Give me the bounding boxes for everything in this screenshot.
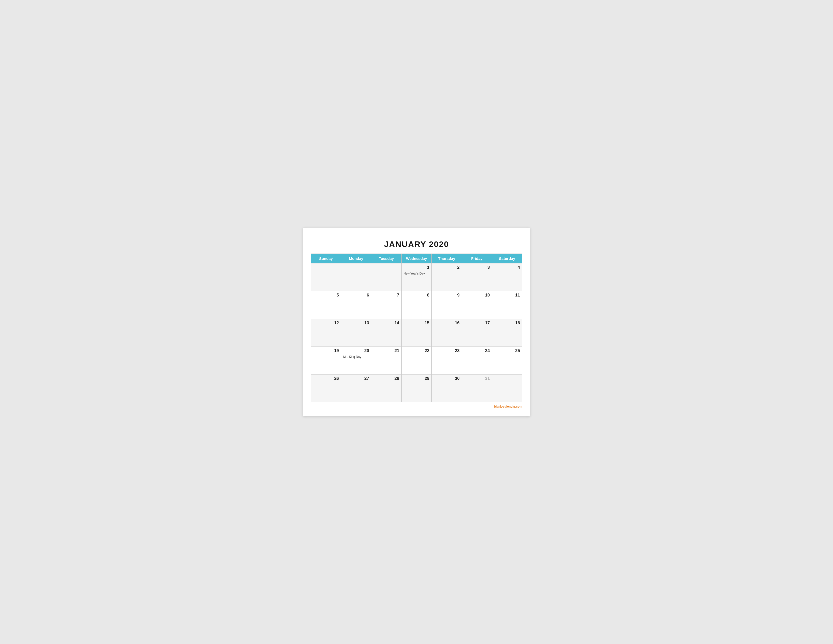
calendar-cell: 5 xyxy=(311,291,341,319)
calendar-page: JANUARY 2020 SundayMondayTuesdayWednesda… xyxy=(303,228,530,416)
date-number: 10 xyxy=(464,293,490,299)
date-number: 30 xyxy=(434,376,460,382)
calendar-title: JANUARY 2020 xyxy=(311,236,522,254)
date-number: 26 xyxy=(313,376,339,382)
date-number: 7 xyxy=(373,293,399,299)
calendar-cell: 20M L King Day xyxy=(341,347,371,375)
footer: blank-calendar.com xyxy=(311,405,522,408)
holiday-label: New Year's Day xyxy=(404,272,429,275)
date-number: 13 xyxy=(343,320,369,327)
date-number: 12 xyxy=(313,320,339,327)
date-number: 9 xyxy=(434,293,460,299)
calendar-cell: 28 xyxy=(371,375,402,402)
calendar-cell: 12 xyxy=(311,319,341,347)
calendar-cell: 22 xyxy=(401,347,432,375)
date-number: 24 xyxy=(464,348,490,354)
date-number: 20 xyxy=(343,348,369,354)
day-header-monday: Monday xyxy=(341,254,371,263)
calendar-cell: 21 xyxy=(371,347,402,375)
calendar-cell: 27 xyxy=(341,375,371,402)
calendar-cell: 6 xyxy=(341,291,371,319)
date-number: 29 xyxy=(404,376,429,382)
calendar-table: JANUARY 2020 SundayMondayTuesdayWednesda… xyxy=(311,236,522,402)
date-number: 6 xyxy=(343,293,369,299)
date-number: 28 xyxy=(373,376,399,382)
day-header-friday: Friday xyxy=(462,254,492,263)
date-number: 31 xyxy=(464,376,490,382)
week-row: 567891011 xyxy=(311,291,522,319)
date-number: 22 xyxy=(404,348,429,354)
day-header-thursday: Thursday xyxy=(432,254,462,263)
date-number: 14 xyxy=(373,320,399,327)
day-header-sunday: Sunday xyxy=(311,254,341,263)
day-header-tuesday: Tuesday xyxy=(371,254,402,263)
calendar-cell: 9 xyxy=(432,291,462,319)
calendar-cell: 11 xyxy=(492,291,522,319)
week-row: 1New Year's Day234 xyxy=(311,263,522,291)
date-number: 8 xyxy=(404,293,429,299)
calendar-cell: 24 xyxy=(462,347,492,375)
week-row: 12131415161718 xyxy=(311,319,522,347)
calendar-cell: 19 xyxy=(311,347,341,375)
calendar-cell: 3 xyxy=(462,263,492,291)
date-number: 18 xyxy=(494,320,520,327)
calendar-cell: 29 xyxy=(401,375,432,402)
week-row: 262728293031 xyxy=(311,375,522,402)
date-number: 11 xyxy=(494,293,520,299)
calendar-cell: 7 xyxy=(371,291,402,319)
calendar-cell: 15 xyxy=(401,319,432,347)
date-number: 16 xyxy=(434,320,460,327)
calendar-cell: 10 xyxy=(462,291,492,319)
holiday-label: M L King Day xyxy=(343,355,369,359)
calendar-cell: 18 xyxy=(492,319,522,347)
footer-link: blank-calendar.com xyxy=(494,405,522,408)
date-number: 3 xyxy=(464,265,490,271)
date-number: 25 xyxy=(494,348,520,354)
date-number: 1 xyxy=(404,265,429,271)
day-header-saturday: Saturday xyxy=(492,254,522,263)
day-header-wednesday: Wednesday xyxy=(401,254,432,263)
calendar-cell: 1New Year's Day xyxy=(401,263,432,291)
calendar-cell xyxy=(371,263,402,291)
calendar-cell xyxy=(492,375,522,402)
date-number: 2 xyxy=(434,265,460,271)
calendar-cell xyxy=(311,263,341,291)
date-number: 15 xyxy=(404,320,429,327)
calendar-cell: 13 xyxy=(341,319,371,347)
date-number: 17 xyxy=(464,320,490,327)
calendar-cell: 2 xyxy=(432,263,462,291)
date-number: 5 xyxy=(313,293,339,299)
calendar-cell: 17 xyxy=(462,319,492,347)
date-number: 23 xyxy=(434,348,460,354)
calendar-cell: 23 xyxy=(432,347,462,375)
calendar-cell: 30 xyxy=(432,375,462,402)
date-number: 27 xyxy=(343,376,369,382)
week-row: 1920M L King Day2122232425 xyxy=(311,347,522,375)
calendar-cell: 26 xyxy=(311,375,341,402)
date-number: 19 xyxy=(313,348,339,354)
calendar-cell xyxy=(341,263,371,291)
calendar-cell: 14 xyxy=(371,319,402,347)
date-number: 4 xyxy=(494,265,520,271)
calendar-cell: 16 xyxy=(432,319,462,347)
calendar-cell: 4 xyxy=(492,263,522,291)
date-number: 21 xyxy=(373,348,399,354)
calendar-cell: 8 xyxy=(401,291,432,319)
calendar-cell: 31 xyxy=(462,375,492,402)
calendar-cell: 25 xyxy=(492,347,522,375)
